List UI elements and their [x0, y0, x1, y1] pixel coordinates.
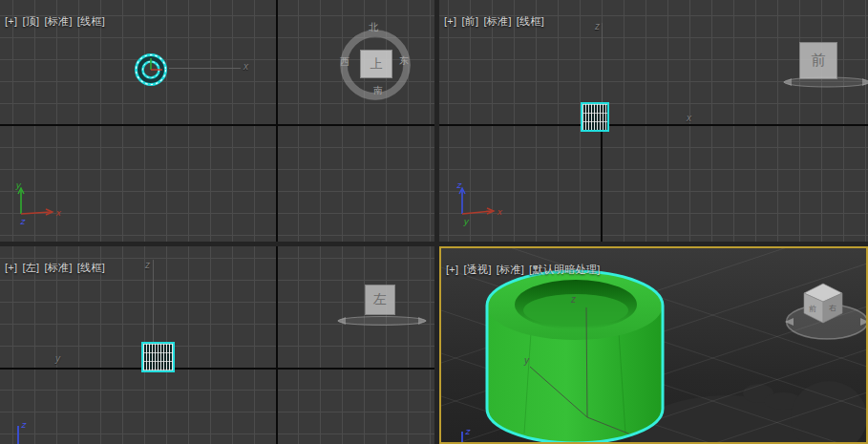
- world-axis-tripod: y x z: [8, 180, 67, 229]
- world-axis-vertical-line: [276, 0, 278, 242]
- axis-hint-z: z: [145, 260, 150, 270]
- world-axis-tripod: z x y: [449, 180, 508, 229]
- viewport-style-menu[interactable]: [标准]: [44, 15, 72, 27]
- tripod-x-label: x: [497, 207, 503, 217]
- viewport-menu-button[interactable]: [+]: [444, 15, 456, 27]
- viewport-shading-menu[interactable]: [线框]: [517, 15, 544, 27]
- viewport-top[interactable]: [+][顶][标准][线框] x 北 南 西 东 上 y x z: [0, 0, 434, 242]
- viewport-menu-button[interactable]: [+]: [446, 264, 458, 275]
- viewcube-top-view[interactable]: 北 南 西 东 上: [330, 15, 422, 107]
- viewcube-face-left[interactable]: 左: [365, 285, 395, 315]
- tripod-x-label: x: [55, 208, 62, 218]
- viewcube-perspective[interactable]: 前 右: [783, 275, 868, 344]
- tube-object-front-view[interactable]: [581, 102, 609, 132]
- tube-object-top-view[interactable]: [128, 47, 174, 93]
- tube-object-left-view[interactable]: [141, 342, 175, 372]
- viewport-label-bar: [+][前][标准][线框]: [444, 14, 549, 29]
- world-axis-tripod: z: [10, 416, 48, 444]
- world-axis-vertical-line: [601, 125, 603, 242]
- viewport-view-menu[interactable]: [透视]: [463, 264, 491, 275]
- axis-hint-y: y: [55, 353, 60, 364]
- viewcube-face-front-label: 前: [809, 305, 816, 313]
- world-axis-vertical-line: [276, 246, 278, 444]
- viewport-front[interactable]: z x [+][前][标准][线框] 前 z x y: [439, 0, 868, 242]
- z-axis-guide-line: [153, 260, 154, 342]
- viewport-perspective-active[interactable]: [+][透视][标准][默认明暗处理]: [439, 246, 868, 444]
- gizmo-z-label: z: [571, 294, 576, 305]
- axis-hint-z: z: [595, 21, 600, 32]
- viewport-label-bar: [+][左][标准][线框]: [5, 261, 110, 275]
- viewport-shading-menu[interactable]: [线框]: [77, 15, 105, 27]
- world-axis-horizontal-line: [0, 124, 434, 126]
- world-axis-horizontal-line: [0, 368, 434, 370]
- viewport-shading-menu[interactable]: [默认明暗处理]: [529, 264, 601, 275]
- viewcube-front-view[interactable]: 前: [783, 38, 868, 92]
- axis-hint-x: x: [687, 113, 691, 123]
- viewcube-face-front-label: 前: [812, 52, 826, 70]
- tripod-y-label: y: [463, 217, 470, 226]
- viewcube-face-left-label: 左: [373, 291, 387, 308]
- axis-hint-x: x: [243, 61, 248, 72]
- tripod-z-label: z: [465, 427, 471, 436]
- viewcube-face-top-label: 上: [370, 55, 383, 73]
- compass-south-label[interactable]: 南: [373, 84, 383, 97]
- compass-east-label[interactable]: 东: [399, 54, 409, 68]
- viewcube-face-top[interactable]: 上: [360, 50, 392, 78]
- viewcube-face-front[interactable]: 前: [799, 42, 837, 79]
- viewport-left[interactable]: z y [+][左][标准][线框] 左 z: [0, 246, 434, 444]
- tripod-z-label: z: [21, 420, 27, 430]
- viewport-menu-button[interactable]: [+]: [5, 15, 17, 27]
- gizmo-y-label: y: [524, 355, 529, 366]
- viewport-style-menu[interactable]: [标准]: [497, 264, 524, 275]
- viewcube-face-right-label: 右: [829, 304, 836, 312]
- viewport-view-menu[interactable]: [左]: [22, 262, 39, 273]
- viewport-view-menu[interactable]: [前]: [461, 15, 478, 27]
- viewport-view-menu[interactable]: [顶]: [22, 15, 39, 27]
- compass-north-label[interactable]: 北: [369, 21, 378, 34]
- viewport-style-menu[interactable]: [标准]: [44, 262, 72, 273]
- tripod-z-label: z: [20, 217, 26, 226]
- gizmo-x-axis-line: [169, 68, 241, 69]
- compass-west-label[interactable]: 西: [340, 55, 349, 69]
- viewcube-left-view[interactable]: 左: [334, 281, 430, 330]
- viewport-shading-menu[interactable]: [线框]: [77, 262, 105, 273]
- tube-object-perspective[interactable]: z y: [475, 265, 675, 444]
- viewport-label-bar: [+][透视][标准][默认明暗处理]: [446, 263, 605, 277]
- viewport-label-bar: [+][顶][标准][线框]: [5, 14, 110, 29]
- viewport-style-menu[interactable]: [标准]: [483, 15, 511, 27]
- world-axis-horizontal-line: [439, 124, 868, 126]
- viewport-menu-button[interactable]: [+]: [5, 262, 17, 273]
